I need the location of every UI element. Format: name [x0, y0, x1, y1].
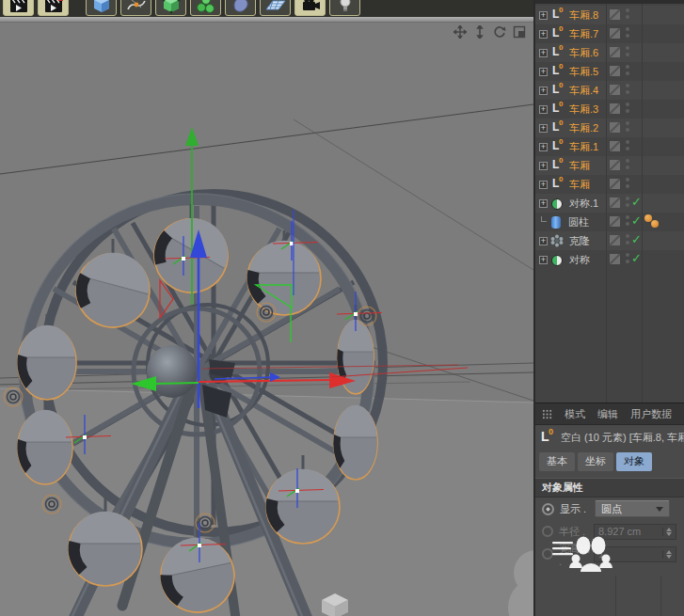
- object-label[interactable]: 车厢: [569, 178, 590, 192]
- layer-chip[interactable]: [610, 216, 620, 227]
- object-label[interactable]: 克隆: [569, 234, 590, 248]
- tab-object[interactable]: 对象: [616, 452, 652, 471]
- object-row[interactable]: 车厢.1: [535, 137, 684, 156]
- camera-icon[interactable]: [294, 0, 326, 16]
- layer-chip[interactable]: [610, 47, 620, 57]
- radius-field[interactable]: 8.927 cm: [594, 524, 676, 540]
- object-label[interactable]: 车厢.3: [569, 103, 598, 117]
- enabled-checkmark-icon[interactable]: [631, 213, 642, 228]
- floor-grid-icon[interactable]: [260, 0, 291, 16]
- panel-grid-icon[interactable]: [542, 409, 552, 419]
- object-label[interactable]: 圆柱: [568, 215, 589, 229]
- object-row[interactable]: 对称: [535, 250, 684, 269]
- object-row[interactable]: 车厢.6: [535, 43, 684, 62]
- stepper-icon[interactable]: [662, 550, 672, 559]
- object-row[interactable]: 克隆: [535, 231, 684, 250]
- visibility-dots[interactable]: [626, 159, 629, 169]
- object-row[interactable]: 圆柱: [535, 213, 684, 231]
- rotate-icon[interactable]: [493, 25, 506, 39]
- layer-chip[interactable]: [610, 235, 620, 245]
- menu-mode[interactable]: 模式: [565, 407, 585, 421]
- zoom-icon[interactable]: [473, 25, 486, 39]
- spline-icon[interactable]: [120, 0, 151, 16]
- layer-chip[interactable]: [610, 197, 620, 208]
- layer-chip[interactable]: [610, 9, 620, 20]
- layer-chip[interactable]: [610, 160, 620, 170]
- object-label[interactable]: 车厢.7: [569, 27, 598, 41]
- visibility-dots[interactable]: [626, 8, 629, 19]
- expand-toggle[interactable]: [539, 87, 548, 95]
- object-label[interactable]: 车厢.6: [569, 46, 598, 60]
- expand-toggle[interactable]: [539, 124, 548, 133]
- object-label[interactable]: 车厢.2: [569, 121, 598, 135]
- visibility-dots[interactable]: [626, 215, 629, 226]
- expand-toggle[interactable]: [539, 30, 548, 39]
- object-label[interactable]: 车厢: [569, 159, 590, 173]
- expand-toggle[interactable]: [539, 256, 548, 264]
- layer-chip[interactable]: [610, 28, 620, 39]
- visibility-dots[interactable]: [626, 46, 629, 56]
- layer-chip[interactable]: [610, 179, 620, 189]
- menu-userdata[interactable]: 用户数据: [630, 407, 672, 421]
- expand-toggle[interactable]: [539, 199, 548, 208]
- layer-chip[interactable]: [610, 85, 620, 95]
- tab-basic[interactable]: 基本: [539, 452, 575, 471]
- layer-chip[interactable]: [610, 66, 620, 76]
- layer-chip[interactable]: [610, 141, 620, 151]
- enabled-checkmark-icon[interactable]: [631, 195, 642, 209]
- texture-tag-icons[interactable]: [644, 214, 663, 229]
- maximize-icon[interactable]: [513, 25, 526, 39]
- visibility-dots[interactable]: [626, 84, 629, 94]
- object-label[interactable]: 对称: [569, 253, 590, 267]
- visibility-dots[interactable]: [626, 27, 629, 38]
- expand-toggle[interactable]: [539, 49, 548, 57]
- menu-edit[interactable]: 编辑: [597, 407, 618, 421]
- perspective-viewport[interactable]: [0, 23, 533, 616]
- keyframe-toggle[interactable]: [542, 503, 554, 515]
- light-icon[interactable]: [329, 0, 360, 16]
- object-row[interactable]: 车厢.8: [535, 6, 684, 24]
- object-row[interactable]: 车厢.4: [535, 81, 684, 100]
- object-row[interactable]: 车厢.7: [535, 24, 684, 43]
- object-label[interactable]: 车厢.1: [569, 140, 598, 154]
- keyframe-toggle[interactable]: [542, 548, 553, 560]
- render-view-icon[interactable]: [3, 0, 34, 16]
- tab-coordinates[interactable]: 坐标: [578, 452, 613, 471]
- object-row[interactable]: 车厢: [535, 156, 684, 175]
- array-spheres-icon[interactable]: [190, 0, 221, 16]
- primitive-cube-icon[interactable]: [86, 0, 117, 16]
- expand-toggle[interactable]: [539, 181, 548, 189]
- visibility-dots[interactable]: [626, 178, 629, 188]
- expand-toggle[interactable]: [541, 216, 547, 222]
- object-row[interactable]: 对称.1: [535, 194, 684, 213]
- object-label[interactable]: 车厢.4: [569, 84, 598, 98]
- subdivision-cube-icon[interactable]: [155, 0, 186, 16]
- visibility-dots[interactable]: [626, 103, 629, 113]
- pan-icon[interactable]: [453, 25, 467, 39]
- visibility-dots[interactable]: [626, 140, 629, 150]
- object-label[interactable]: 车厢.5: [569, 65, 598, 79]
- keyframe-toggle[interactable]: [542, 526, 553, 537]
- visibility-dots[interactable]: [626, 253, 629, 263]
- expand-toggle[interactable]: [539, 105, 548, 114]
- expand-toggle[interactable]: [539, 11, 548, 20]
- expand-toggle[interactable]: [539, 68, 548, 76]
- object-row[interactable]: 车厢.5: [535, 62, 684, 81]
- visibility-dots[interactable]: [626, 197, 629, 207]
- aspect-ratio-field[interactable]: 1: [594, 546, 676, 562]
- visibility-dots[interactable]: [626, 121, 629, 132]
- object-label[interactable]: 车厢.8: [569, 8, 598, 23]
- expand-toggle[interactable]: [539, 162, 548, 170]
- display-dropdown[interactable]: 圆点: [595, 500, 670, 517]
- object-row[interactable]: 车厢: [535, 175, 684, 194]
- enabled-checkmark-icon[interactable]: [631, 251, 642, 265]
- render-settings-icon[interactable]: [38, 0, 69, 16]
- stepper-icon[interactable]: [662, 528, 672, 536]
- layer-chip[interactable]: [610, 254, 620, 264]
- enabled-checkmark-icon[interactable]: [631, 232, 642, 246]
- expand-toggle[interactable]: [539, 143, 548, 151]
- layer-chip[interactable]: [610, 122, 620, 133]
- object-row[interactable]: 车厢.2: [535, 118, 684, 137]
- expand-toggle[interactable]: [539, 237, 548, 245]
- visibility-dots[interactable]: [626, 65, 629, 75]
